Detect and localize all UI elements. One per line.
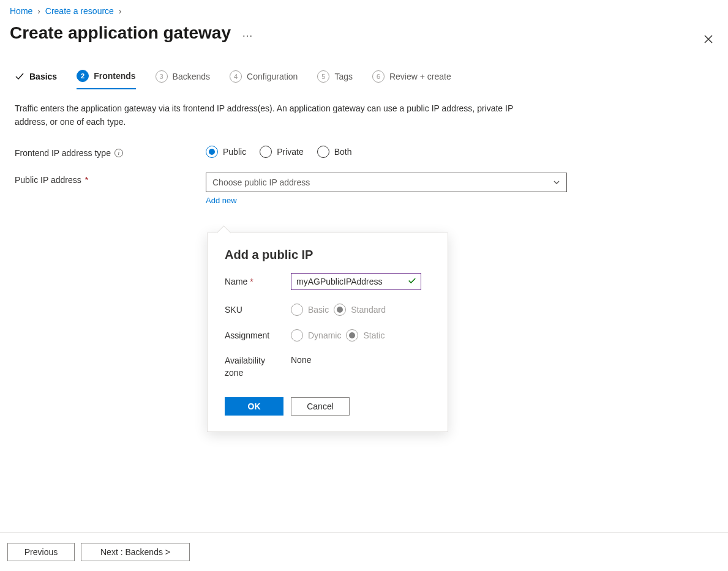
chevron-right-icon: ›	[119, 6, 122, 16]
tab-basics[interactable]: Basics	[15, 70, 57, 89]
label-text: Frontend IP address type	[15, 148, 111, 158]
label-text: Public IP address	[15, 175, 81, 185]
radio-label: Static	[363, 330, 385, 340]
public-ip-label: Public IP address *	[15, 173, 206, 185]
step-badge: 6	[372, 70, 385, 83]
more-actions-button[interactable]: …	[242, 27, 253, 40]
assignment-label: Assignment	[225, 330, 286, 340]
ip-type-radio-group: Public Private Both	[206, 146, 352, 158]
step-badge: 4	[230, 70, 242, 83]
tab-frontends[interactable]: 2 Frontends	[77, 70, 135, 89]
info-icon[interactable]: i	[114, 149, 123, 157]
name-input[interactable]	[291, 273, 421, 290]
wizard-footer: Previous Next : Backends >	[0, 532, 728, 571]
radio-both[interactable]: Both	[317, 146, 352, 158]
step-badge: 2	[77, 70, 89, 82]
cancel-button[interactable]: Cancel	[291, 397, 350, 416]
radio-icon	[334, 304, 346, 316]
breadcrumb-home[interactable]: Home	[10, 6, 32, 16]
radio-label: Dynamic	[308, 330, 341, 340]
radio-icon	[346, 329, 358, 341]
check-icon	[408, 277, 416, 287]
required-indicator: *	[85, 175, 88, 185]
radio-icon	[206, 146, 218, 158]
add-new-link[interactable]: Add new	[206, 196, 567, 205]
next-button[interactable]: Next : Backends >	[81, 543, 190, 561]
radio-sku-standard: Standard	[334, 304, 386, 316]
tab-tags[interactable]: 5 Tags	[317, 70, 353, 89]
az-value: None	[291, 355, 311, 365]
az-label: Availability zone	[225, 355, 286, 379]
close-icon	[704, 34, 713, 44]
radio-assign-static: Static	[346, 329, 385, 341]
radio-icon	[291, 329, 303, 341]
add-public-ip-callout: Add a public IP Name * SKU Basic Standar…	[207, 233, 448, 432]
breadcrumb: Home › Create a resource ›	[0, 0, 728, 18]
tab-label: Review + create	[389, 72, 451, 81]
radio-sku-basic: Basic	[291, 304, 329, 316]
breadcrumb-create-resource[interactable]: Create a resource	[45, 6, 114, 16]
chevron-right-icon: ›	[37, 6, 40, 16]
previous-button[interactable]: Previous	[7, 543, 75, 561]
radio-assign-dynamic: Dynamic	[291, 329, 341, 341]
radio-label: Private	[277, 147, 304, 157]
callout-title: Add a public IP	[225, 248, 430, 262]
radio-icon	[291, 304, 303, 316]
tab-backends[interactable]: 3 Backends	[156, 70, 210, 89]
section-description: Traffic enters the application gateway v…	[0, 90, 551, 131]
required-indicator: *	[250, 277, 253, 286]
public-ip-dropdown[interactable]: Choose public IP address	[206, 173, 567, 192]
dropdown-placeholder: Choose public IP address	[212, 177, 310, 187]
radio-private[interactable]: Private	[260, 146, 304, 158]
radio-label: Standard	[351, 305, 386, 315]
radio-icon	[317, 146, 329, 158]
tab-label: Tags	[334, 72, 353, 81]
radio-label: Both	[334, 147, 352, 157]
tab-label: Frontends	[94, 71, 135, 81]
close-button[interactable]	[704, 34, 713, 47]
ip-type-label: Frontend IP address type i	[15, 146, 206, 158]
label-text: Name	[225, 277, 247, 286]
radio-public[interactable]: Public	[206, 146, 246, 158]
chevron-down-icon	[553, 179, 560, 186]
tab-label: Basics	[29, 72, 57, 81]
radio-label: Public	[223, 147, 246, 157]
radio-label: Basic	[308, 305, 329, 315]
tab-label: Configuration	[247, 72, 298, 81]
check-icon	[15, 72, 24, 81]
tab-label: Backends	[173, 72, 210, 81]
radio-icon	[260, 146, 272, 158]
name-label: Name *	[225, 277, 286, 286]
step-badge: 5	[317, 70, 329, 83]
ok-button[interactable]: OK	[225, 397, 283, 416]
step-badge: 3	[156, 70, 168, 83]
page-title: Create application gateway	[10, 23, 231, 43]
wizard-tabs: Basics 2 Frontends 3 Backends 4 Configur…	[0, 58, 728, 90]
tab-review[interactable]: 6 Review + create	[372, 70, 451, 89]
sku-label: SKU	[225, 305, 286, 315]
tab-configuration[interactable]: 4 Configuration	[230, 70, 298, 89]
